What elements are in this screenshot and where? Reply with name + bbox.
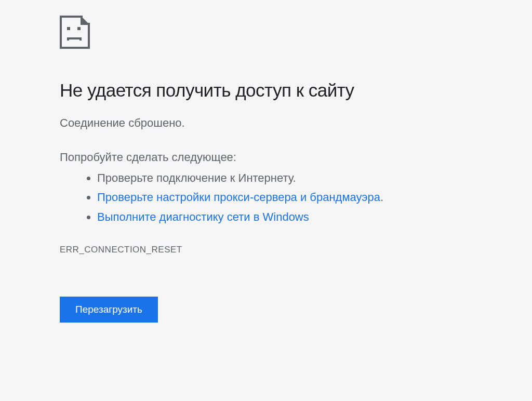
sad-page-icon [60,16,91,49]
reload-button[interactable]: Перезагрузить [60,297,158,323]
suggestion-item: Проверьте настройки прокси-сервера и бра… [97,188,532,207]
error-sub-message: Соединение сброшено. [60,116,532,130]
error-icon-container [60,16,532,51]
error-heading: Не удается получить доступ к сайту [60,80,532,101]
windows-diagnostics-link[interactable]: Выполните диагностику сети в Windows [97,210,309,223]
proxy-firewall-link[interactable]: Проверьте настройки прокси-сервера и бра… [97,191,380,204]
svg-rect-0 [67,27,70,30]
suggestions-intro: Попробуйте сделать следующее: [60,151,532,164]
suggestions-list: Проверьте подключение к Интернету. Прове… [97,168,532,226]
error-code: ERR_CONNECTION_RESET [60,245,532,255]
svg-rect-1 [77,27,81,30]
suggestion-item: Проверьте подключение к Интернету. [97,168,532,188]
suggestion-item: Выполните диагностику сети в Windows [97,207,532,226]
suggestion-suffix: . [380,191,383,204]
